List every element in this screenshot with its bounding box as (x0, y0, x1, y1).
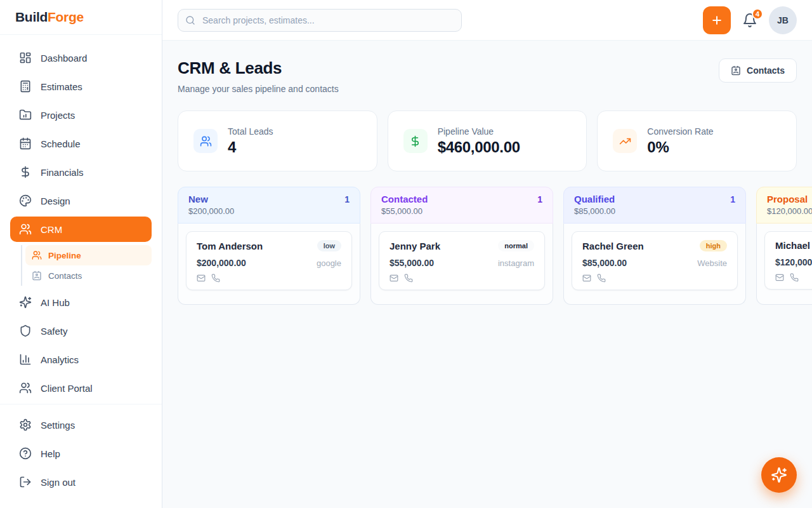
pipeline-column-contacted: Contacted 1 $55,000.00 Jenny Park normal (370, 187, 553, 305)
mail-icon[interactable] (197, 274, 206, 283)
brand-logo[interactable]: BuildForge (0, 0, 162, 35)
phone-icon[interactable] (790, 273, 799, 282)
users-icon (32, 250, 42, 260)
phone-icon[interactable] (211, 274, 220, 283)
brand-name-accent: Forge (48, 10, 84, 25)
lead-value: $120,000.00 (775, 257, 812, 267)
sidebar-subitem-pipeline[interactable]: Pipeline (25, 245, 152, 265)
lead-card[interactable]: Tom Anderson low $200,000.00 google (186, 231, 352, 290)
brand-name-primary: Build (15, 10, 48, 25)
pipeline-column-proposal: Proposal 1 $120,000.00 Michael $ (756, 187, 812, 305)
mail-icon[interactable] (775, 273, 784, 282)
page-title: CRM & Leads (178, 58, 339, 78)
column-title: Contacted (381, 194, 428, 204)
lead-name: Rachel Green (582, 241, 644, 251)
sidebar-item-projects[interactable]: Projects (10, 102, 152, 128)
stats-row: Total Leads 4 Pipeline Value $460,000.00… (178, 110, 797, 171)
column-body: Rachel Green high $85,000.00 Website (563, 224, 746, 305)
sidebar-subitem-contacts[interactable]: Contacts (25, 265, 152, 286)
phone-icon[interactable] (597, 274, 606, 283)
dollar-icon (19, 166, 32, 178)
notifications-button[interactable]: 4 (742, 13, 757, 28)
add-button[interactable] (703, 6, 731, 34)
calculator-icon (19, 80, 32, 93)
contacts-button[interactable]: Contacts (719, 58, 797, 83)
page-content: CRM & Leads Manage your sales pipeline a… (162, 41, 812, 508)
sidebar-item-crm[interactable]: CRM (10, 217, 152, 242)
avatar[interactable]: JB (769, 6, 797, 34)
priority-badge: low (317, 240, 341, 251)
log-out-icon (19, 476, 32, 488)
sidebar-item-estimates[interactable]: Estimates (10, 74, 152, 99)
sidebar-item-financials[interactable]: Financials (10, 159, 152, 185)
stat-label: Pipeline Value (438, 126, 520, 137)
users-icon (193, 129, 218, 153)
topbar-actions: 4 JB (703, 6, 797, 34)
sidebar-subitem-label: Contacts (48, 271, 82, 281)
pipeline-column-qualified: Qualified 1 $85,000.00 Rachel Green high (563, 187, 746, 305)
bar-chart-icon (19, 353, 32, 366)
page-header-text: CRM & Leads Manage your sales pipeline a… (178, 58, 339, 94)
sidebar-item-safety[interactable]: Safety (10, 318, 152, 344)
sidebar-item-label: Financials (41, 167, 84, 178)
column-title: Qualified (574, 194, 615, 204)
palette-icon (19, 194, 32, 207)
lead-source: google (317, 258, 341, 268)
lead-card[interactable]: Rachel Green high $85,000.00 Website (572, 231, 738, 290)
lead-name: Tom Anderson (197, 241, 263, 251)
sidebar-item-settings[interactable]: Settings (10, 412, 152, 438)
column-title: Proposal (767, 194, 808, 204)
column-title: New (188, 194, 208, 204)
stat-value: $460,000.00 (438, 138, 520, 156)
trending-up-icon (613, 129, 637, 153)
page-header: CRM & Leads Manage your sales pipeline a… (178, 58, 797, 94)
page-subtitle: Manage your sales pipeline and contacts (178, 84, 339, 94)
contact-card-icon (731, 65, 741, 76)
column-header: Qualified 1 $85,000.00 (563, 187, 746, 224)
sidebar-item-label: Client Portal (41, 383, 93, 394)
stat-text: Conversion Rate 0% (647, 126, 713, 156)
column-count: 1 (344, 194, 350, 204)
sidebar-footer: Settings Help Sign out (0, 404, 162, 508)
gear-icon (19, 418, 32, 431)
sidebar-item-help[interactable]: Help (10, 441, 152, 466)
column-header: New 1 $200,000.00 (178, 187, 360, 224)
lead-card[interactable]: Michael $120,000.00 (764, 231, 812, 290)
main-area: 4 JB CRM & Leads Manage your sales pipel… (162, 0, 812, 508)
users-icon (19, 382, 32, 394)
phone-icon[interactable] (404, 274, 413, 283)
sidebar-item-schedule[interactable]: Schedule (10, 131, 152, 156)
column-count: 1 (537, 194, 542, 204)
sidebar-item-label: Settings (41, 420, 75, 431)
column-total: $200,000.00 (188, 206, 350, 216)
sidebar-item-ai-hub[interactable]: AI Hub (10, 290, 152, 315)
sidebar-item-label: AI Hub (41, 297, 70, 308)
stat-card-pipeline-value: Pipeline Value $460,000.00 (388, 110, 587, 171)
sidebar-nav: Dashboard Estimates Projects Schedule Fi… (0, 35, 162, 404)
column-total: $55,000.00 (381, 206, 542, 216)
users-icon (19, 223, 32, 236)
sidebar-item-sign-out[interactable]: Sign out (10, 469, 152, 495)
lead-name: Jenny Park (390, 241, 440, 251)
app-root: BuildForge Dashboard Estimates Projects … (0, 0, 812, 508)
lead-card[interactable]: Jenny Park normal $55,000.00 instagram (379, 231, 545, 290)
sparkles-icon (771, 467, 787, 483)
pipeline-board: New 1 $200,000.00 Tom Anderson low (178, 187, 797, 305)
stat-value: 4 (228, 138, 273, 156)
sidebar-item-label: Estimates (41, 81, 82, 92)
column-total: $85,000.00 (574, 206, 735, 216)
sidebar-item-analytics[interactable]: Analytics (10, 347, 152, 372)
mail-icon[interactable] (390, 274, 398, 283)
search-input[interactable] (178, 9, 462, 32)
sidebar-item-design[interactable]: Design (10, 188, 152, 213)
sidebar-item-label: CRM (41, 224, 62, 235)
ai-assistant-fab[interactable] (761, 457, 797, 493)
lead-source: Website (697, 258, 727, 268)
sidebar-item-client-portal[interactable]: Client Portal (10, 375, 152, 401)
sidebar-item-dashboard[interactable]: Dashboard (10, 45, 152, 70)
priority-badge: high (700, 240, 727, 251)
column-count: 1 (730, 194, 735, 204)
column-header: Contacted 1 $55,000.00 (370, 187, 553, 224)
mail-icon[interactable] (582, 274, 591, 283)
sidebar-item-label: Sign out (41, 477, 75, 488)
